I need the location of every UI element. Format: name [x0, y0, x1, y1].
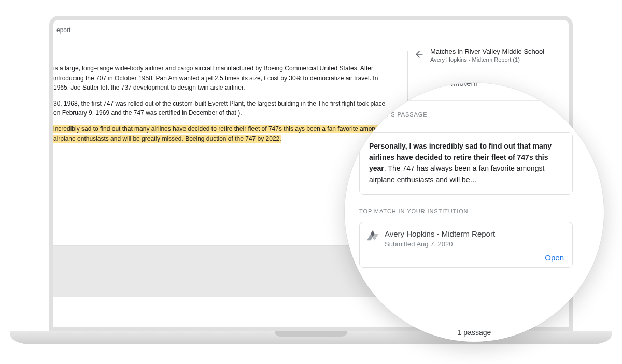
passage-count-label: 1 passage	[458, 328, 491, 337]
google-drive-icon	[367, 230, 378, 241]
topbar-title-fragment: eport	[56, 26, 70, 34]
doc-highlighted-passage[interactable]: incredibly sad to find out that many air…	[53, 125, 384, 143]
open-match-link[interactable]: Open	[545, 253, 564, 262]
side-panel-title: Matches in River Valley Middle School	[430, 48, 544, 55]
match-document-title: Avery Hopkins - Midterm Report	[385, 229, 495, 238]
top-match-card[interactable]: Avery Hopkins - Midterm Report Submitted…	[359, 222, 573, 268]
zoom-detail-circle: y Hopkins - Midtem STUDENT'S PASSAGE FLA…	[345, 83, 604, 342]
student-passage-card[interactable]: Personally, I was incredibly sad to find…	[359, 132, 573, 195]
flag-button[interactable]: FLA	[579, 111, 604, 125]
doc-paragraph-3: incredibly sad to find out that many air…	[53, 124, 390, 143]
topbar: eport	[53, 20, 569, 40]
passage-remaining-text: . The 747 has always been a fan favorite…	[369, 164, 544, 184]
side-panel-header: Matches in River Valley Middle School Av…	[408, 46, 569, 69]
laptop-notch	[275, 331, 347, 337]
back-arrow-icon[interactable]	[414, 49, 425, 60]
match-submitted-date: Submitted Aug 7, 2020	[385, 240, 495, 248]
doc-paragraph-2: 30, 1968, the first 747 was rolled out o…	[53, 99, 390, 118]
doc-paragraph-1: is a large, long–range wide-body airline…	[53, 64, 390, 93]
side-panel-subtitle: Avery Hopkins - Midterm Report (1)	[430, 56, 544, 63]
top-match-label: TOP MATCH IN YOUR INSTITUTION	[359, 208, 573, 214]
